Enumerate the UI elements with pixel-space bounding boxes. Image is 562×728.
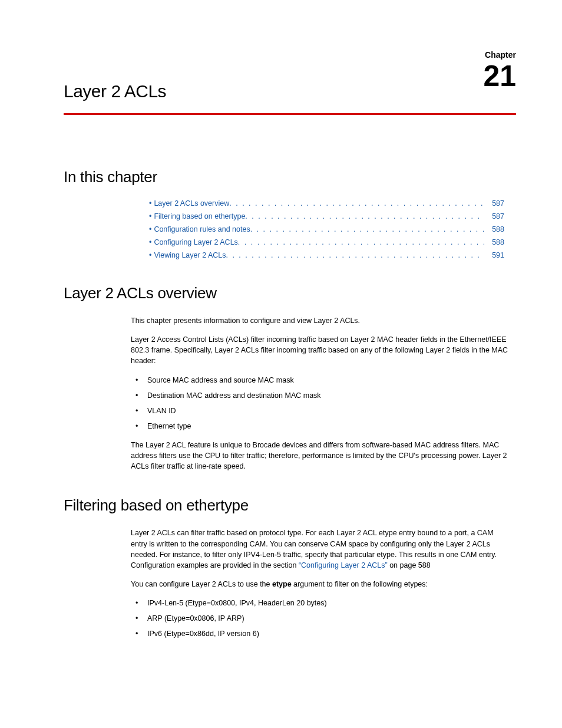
bullet-icon: • (149, 199, 151, 207)
toc-label: Viewing Layer 2 ACLs (154, 251, 226, 259)
list-item: VLAN ID (131, 406, 510, 416)
toc-label: Configuring Layer 2 ACLs (154, 238, 237, 246)
paragraph: Layer 2 ACLs can filter traffic based on… (131, 528, 510, 571)
toc-leader (238, 238, 484, 246)
toc: • Layer 2 ACLs overview 587 • Filtering … (149, 199, 504, 259)
toc-label: Configuration rules and notes (154, 225, 250, 233)
toc-label: Filtering based on ethertype (154, 212, 245, 220)
etype-list: IPv4-Len-5 (Etype=0x0800, IPv4, HeaderLe… (131, 598, 510, 639)
list-item: IPv4-Len-5 (Etype=0x0800, IPv4, HeaderLe… (131, 598, 510, 608)
chapter-number: 21 (483, 61, 516, 91)
text: argument to filter on the following etyp… (292, 580, 428, 588)
chapter-label: Chapter (485, 51, 516, 59)
chapter-title: Layer 2 ACLs (64, 51, 516, 113)
toc-label: Layer 2 ACLs overview (154, 199, 229, 207)
list-item: Source MAC address and source MAC mask (131, 375, 510, 386)
toc-page: 587 (484, 212, 504, 220)
toc-page: 588 (484, 238, 504, 246)
bullet-icon: • (149, 238, 151, 246)
toc-item[interactable]: • Viewing Layer 2 ACLs 591 (149, 251, 504, 259)
list-item: Destination MAC address and destination … (131, 390, 510, 401)
toc-page: 587 (484, 199, 504, 207)
text: on page 588 (388, 561, 431, 569)
field-list: Source MAC address and source MAC mask D… (131, 375, 510, 432)
toc-item[interactable]: • Configuring Layer 2 ACLs 588 (149, 238, 504, 246)
toc-item[interactable]: • Layer 2 ACLs overview 587 (149, 199, 504, 207)
heading-overview: Layer 2 ACLs overview (64, 284, 516, 302)
bold-term: etype (272, 580, 292, 588)
toc-item[interactable]: • Filtering based on ethertype 587 (149, 212, 504, 220)
list-item: ARP (Etype=0x0806, IP ARP) (131, 613, 510, 624)
paragraph: This chapter presents information to con… (131, 315, 510, 326)
toc-page: 591 (484, 251, 504, 259)
toc-item[interactable]: • Configuration rules and notes 588 (149, 225, 504, 233)
xref-link[interactable]: “Configuring Layer 2 ACLs” (299, 561, 388, 569)
text: You can configure Layer 2 ACLs to use th… (131, 580, 272, 588)
paragraph: The Layer 2 ACL feature is unique to Bro… (131, 440, 510, 472)
list-item: IPv6 (Etype=0x86dd, IP version 6) (131, 628, 510, 639)
heading-in-this-chapter: In this chapter (64, 168, 516, 186)
title-rule (64, 113, 516, 115)
toc-leader (250, 225, 484, 233)
bullet-icon: • (149, 212, 151, 220)
paragraph: Layer 2 Access Control Lists (ACLs) filt… (131, 334, 510, 366)
list-item: Ethernet type (131, 421, 510, 431)
toc-leader (245, 212, 484, 220)
paragraph: You can configure Layer 2 ACLs to use th… (131, 579, 510, 589)
bullet-icon: • (149, 225, 151, 233)
toc-leader (229, 199, 484, 207)
toc-page: 588 (484, 225, 504, 233)
bullet-icon: • (149, 251, 151, 259)
heading-filtering: Filtering based on ethertype (64, 496, 516, 515)
toc-leader (226, 251, 484, 259)
